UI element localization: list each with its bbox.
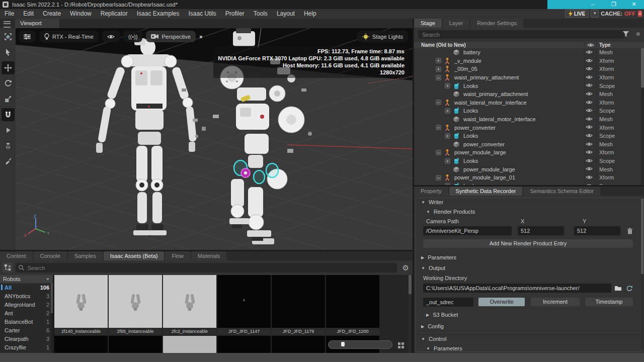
asset-thumbnail-partial[interactable] [217, 336, 271, 353]
bottom-panel-tab[interactable]: Samples [68, 251, 103, 260]
section-control-parameters[interactable]: ▼Parameters [426, 345, 462, 351]
expander-toggle[interactable]: + [445, 83, 450, 88]
menu-item[interactable]: Profiler [221, 9, 249, 19]
asset-thumbnail-partial[interactable] [54, 336, 108, 353]
stage-search-input[interactable] [421, 31, 621, 38]
delete-render-product-button[interactable] [625, 226, 634, 235]
stage-tree-row[interactable]: − power_converter Xform [414, 123, 640, 132]
section-render-products[interactable]: ▼Render Products [426, 209, 475, 215]
asset-thumbnail-partial[interactable] [163, 336, 216, 353]
menu-item[interactable]: Window [65, 9, 96, 19]
stage-tree-row[interactable]: + Looks Scope [414, 132, 640, 140]
menu-item[interactable]: Isaac Examples [132, 9, 184, 19]
menu-item[interactable]: Edit [19, 9, 38, 19]
asset-thumbnail-partial[interactable] [109, 336, 162, 353]
visibility-eye-icon[interactable] [586, 158, 593, 163]
stage-lights-button[interactable]: Stage Lights [357, 31, 408, 42]
asset-thumbnail[interactable]: JFD_JFD_1179 [272, 275, 325, 335]
category-item[interactable]: BalanceBot 1 [0, 317, 53, 326]
grid-view-icon[interactable] [398, 342, 404, 348]
filter-funnel-icon[interactable] [623, 31, 629, 37]
expander-toggle[interactable]: − [436, 100, 441, 105]
stage-tree-row[interactable]: + Looks Scope [414, 182, 640, 186]
stage-tree-row[interactable]: − power_module_large Xform [414, 148, 640, 157]
category-dropdown[interactable]: Robots ▼ [0, 275, 53, 283]
expander-toggle[interactable]: − [436, 125, 441, 130]
menu-item[interactable]: Help [299, 9, 321, 19]
toolbar-overflow-chevrons[interactable]: ›› [199, 33, 202, 40]
asset-thumbnail[interactable]: 2f85_instanceable [109, 275, 162, 335]
section-control[interactable]: ▼Control [421, 336, 446, 342]
stage-tree-row[interactable]: − waist_lateral_motor_interface Xform [414, 99, 640, 107]
close-button[interactable]: ✕ [624, 0, 644, 9]
expander-toggle[interactable]: + [436, 66, 441, 72]
play-button[interactable] [2, 124, 15, 137]
menu-item[interactable]: Create [38, 9, 65, 19]
physics-drop-button[interactable] [2, 139, 15, 152]
overwrite-button[interactable]: Overwrite [478, 298, 525, 306]
asset-thumbnail[interactable]: 2f140_instanceable [54, 275, 108, 335]
timestamp-button[interactable]: Timestamp [585, 298, 633, 306]
asset-thumbnail[interactable]: JFD_JFD_1147 [217, 275, 271, 335]
menu-item[interactable]: Tools [249, 9, 272, 19]
stage-tree-row[interactable]: + Looks Scope [414, 157, 640, 165]
visibility-eye-icon[interactable] [586, 166, 593, 171]
category-item[interactable]: ANYbotics 3 [0, 292, 53, 300]
live-dropdown-chevron[interactable]: ▼ [591, 10, 599, 18]
bottom-panel-tab[interactable]: Isaac Assets (Beta) [104, 251, 165, 260]
visibility-eye-icon[interactable] [586, 125, 593, 129]
gear-icon[interactable]: ⚙ [403, 263, 409, 273]
stage-tree-row[interactable]: battery Mesh [414, 48, 640, 57]
selection-mode-button[interactable] [2, 30, 15, 43]
capture-menu-button[interactable]: ((•)) [123, 31, 143, 42]
category-item[interactable]: Ant 2 [0, 309, 53, 317]
tree-view-toggle-button[interactable] [3, 262, 13, 273]
stage-tree-row[interactable]: waist_primary_attachment Mesh [414, 90, 640, 99]
stage-tree-row[interactable]: + _v_module Xform [414, 57, 640, 65]
stage-tree-row[interactable]: waist_lateral_motor_interface Mesh [414, 115, 640, 124]
expander-toggle[interactable]: + [445, 158, 450, 164]
menu-item[interactable]: Layout [272, 9, 299, 19]
stage-tree-row[interactable]: power_converter Mesh [414, 140, 640, 149]
stage-scrollbar[interactable] [641, 48, 644, 185]
visibility-eye-icon[interactable] [586, 150, 593, 154]
viewport-settings-button[interactable] [19, 31, 36, 42]
bottom-panel-tab[interactable]: Console [34, 251, 67, 260]
visibility-menu-button[interactable] [102, 31, 120, 42]
camera-selector[interactable]: Perspective [146, 31, 195, 42]
section-writer[interactable]: ▼Writer [421, 199, 443, 205]
visibility-eye-icon[interactable] [586, 133, 593, 138]
working-directory-input[interactable] [423, 285, 611, 291]
rotate-tool-button[interactable] [2, 77, 15, 90]
slider-handle[interactable] [341, 342, 345, 346]
recorder-panel-tab[interactable]: Semantics Schema Editor [523, 187, 600, 196]
visibility-eye-icon[interactable] [586, 175, 593, 179]
recorder-panel-tab[interactable]: Property [414, 187, 448, 196]
bottom-panel-tab[interactable]: Content [0, 251, 33, 260]
asset-grid-scrollbar[interactable] [409, 275, 412, 353]
stage-tree-row[interactable]: + Looks Scope [414, 107, 640, 115]
stage-tree-row[interactable]: − waist_primary_attachment Xform [414, 73, 640, 82]
renderer-selector[interactable]: RTX - Real-Time [39, 31, 99, 42]
bottom-panel-tab[interactable]: Materials [191, 251, 227, 260]
maximize-button[interactable]: ❐ [604, 0, 624, 9]
snap-tool-button[interactable] [2, 108, 15, 121]
column-name[interactable]: Name (Old to New) [421, 42, 466, 48]
menu-item[interactable]: File [0, 9, 19, 19]
category-item[interactable]: AllegroHand 2 [0, 300, 53, 309]
section-config[interactable]: ▶Config [421, 323, 444, 329]
section-s3-bucket[interactable]: ▶S3 Bucket [426, 312, 458, 318]
expander-toggle[interactable]: + [436, 58, 441, 63]
x-input[interactable] [518, 228, 564, 234]
expander-toggle[interactable]: − [436, 175, 441, 180]
thumbnail-size-slider[interactable] [328, 340, 392, 349]
bottom-panel-tab[interactable]: Flow [165, 251, 190, 260]
stage-panel-tab[interactable]: Layer [443, 19, 470, 28]
refresh-button[interactable] [624, 284, 633, 293]
category-item[interactable]: Carter 6 [0, 326, 53, 334]
visibility-eye-icon[interactable] [586, 100, 593, 105]
stage-tree-row[interactable]: + _00m_05 Xform [414, 65, 640, 73]
menu-item[interactable]: Replicator [96, 9, 132, 19]
browse-folder-button[interactable] [613, 284, 622, 293]
asset-thumbnail[interactable]: 2fc2_instanceable [163, 275, 216, 335]
